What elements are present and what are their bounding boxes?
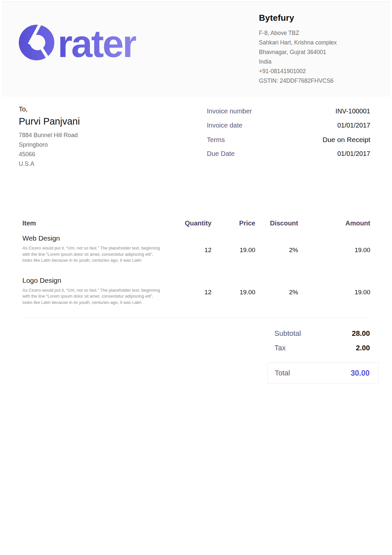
- due-date-value: 01/01/2017: [337, 150, 370, 158]
- item-cell: Web Design As Cicero would put it, “Um, …: [22, 233, 171, 264]
- items-table-header: Item Quantity Price Discount Amount: [22, 218, 370, 228]
- terms-value: Due on Receipt: [322, 136, 370, 144]
- customer-address-line: Springboro: [19, 140, 157, 150]
- item-name: Web Design: [22, 233, 171, 243]
- company-address-line: F-8, Above TBZ: [259, 28, 371, 38]
- company-phone: +91-08141901002: [259, 67, 371, 76]
- table-separator: [22, 317, 370, 318]
- subtotal-row: Subtotal 28.00: [267, 328, 379, 339]
- billing-meta-section: To, Purvi Panjvani 7884 Bunnel Hill Road…: [0, 96, 392, 169]
- subtotal-value: 28.00: [352, 328, 370, 339]
- col-header-item: Item: [22, 218, 171, 228]
- invoice-page: rater Bytefury F-8, Above TBZ Sahkari Ha…: [0, 0, 392, 555]
- col-header-amount: Amount: [298, 218, 370, 228]
- customer-address-line: 7884 Bunnel Hill Road: [19, 131, 157, 140]
- item-cell: Logo Design As Cicero would put it, “Um,…: [22, 276, 171, 306]
- item-description: As Cicero would put it, “Um, not so fast…: [22, 245, 161, 264]
- invoice-meta: Invoice number INV-100001 Invoice date 0…: [207, 104, 370, 169]
- item-price: 19.00: [211, 276, 255, 306]
- col-header-discount: Discount: [255, 218, 298, 228]
- company-address-line: Bhavnagar, Gujrat 364001: [259, 47, 371, 57]
- item-row: Web Design As Cicero would put it, “Um, …: [22, 233, 370, 276]
- col-header-price: Price: [211, 218, 255, 228]
- subtotal-label: Subtotal: [274, 328, 301, 339]
- tax-label: Tax: [274, 342, 286, 354]
- terms-row: Terms Due on Receipt: [207, 136, 370, 150]
- company-address-line: India: [259, 57, 371, 67]
- invoice-body: To, Purvi Panjvani 7884 Bunnel Hill Road…: [0, 96, 392, 384]
- item-discount: 2%: [255, 233, 298, 264]
- customer-address-line: U.S.A: [19, 159, 157, 169]
- invoice-date-label: Invoice date: [207, 122, 242, 129]
- item-name: Logo Design: [22, 276, 171, 285]
- invoice-number-value: INV-100001: [335, 107, 370, 115]
- terms-label: Terms: [207, 136, 225, 144]
- invoice-date-row: Invoice date 01/01/2017: [207, 122, 370, 136]
- billing-address: To, Purvi Panjvani 7884 Bunnel Hill Road…: [19, 104, 157, 169]
- crater-logo: rater: [18, 23, 136, 60]
- total-label: Total: [275, 369, 290, 377]
- totals-section: Subtotal 28.00 Tax 2.00 Total 30.00: [267, 328, 379, 384]
- col-header-quantity: Quantity: [171, 218, 211, 228]
- total-box: Total 30.00: [267, 363, 379, 384]
- logo-wordmark: rater: [58, 28, 136, 60]
- due-date-label: Due Date: [207, 150, 235, 158]
- due-date-row: Due Date 01/01/2017: [207, 150, 370, 164]
- invoice-date-value: 01/01/2017: [337, 122, 370, 129]
- item-quantity: 12: [171, 233, 211, 264]
- invoice-header: rater Bytefury F-8, Above TBZ Sahkari Ha…: [3, 1, 389, 96]
- item-discount: 2%: [255, 276, 298, 306]
- invoice-number-row: Invoice number INV-100001: [207, 107, 370, 122]
- total-value: 30.00: [350, 369, 370, 378]
- company-info: Bytefury F-8, Above TBZ Sahkari Hart, Kr…: [259, 13, 371, 86]
- company-gstin: GSTIN: 24DDF7682FHVCS6: [259, 76, 371, 86]
- item-amount: 19.00: [298, 233, 370, 264]
- item-amount: 19.00: [298, 276, 370, 306]
- company-address-line: Sahkari Hart, Krishna complex: [259, 38, 371, 47]
- item-price: 19.00: [211, 233, 255, 264]
- customer-address-line: 45066: [19, 150, 157, 159]
- crater-logo-mark-icon: [18, 23, 55, 60]
- item-description: As Cicero would put it, “Um, not so fast…: [22, 287, 161, 306]
- customer-name: Purvi Panjvani: [19, 114, 157, 129]
- to-label: To,: [19, 104, 157, 114]
- items-table: Item Quantity Price Discount Amount Web …: [22, 218, 370, 317]
- tax-row: Tax 2.00: [267, 342, 379, 354]
- invoice-number-label: Invoice number: [207, 107, 252, 115]
- item-quantity: 12: [171, 276, 211, 306]
- company-name: Bytefury: [259, 13, 371, 23]
- item-row: Logo Design As Cicero would put it, “Um,…: [22, 276, 370, 318]
- tax-value: 2.00: [356, 342, 370, 354]
